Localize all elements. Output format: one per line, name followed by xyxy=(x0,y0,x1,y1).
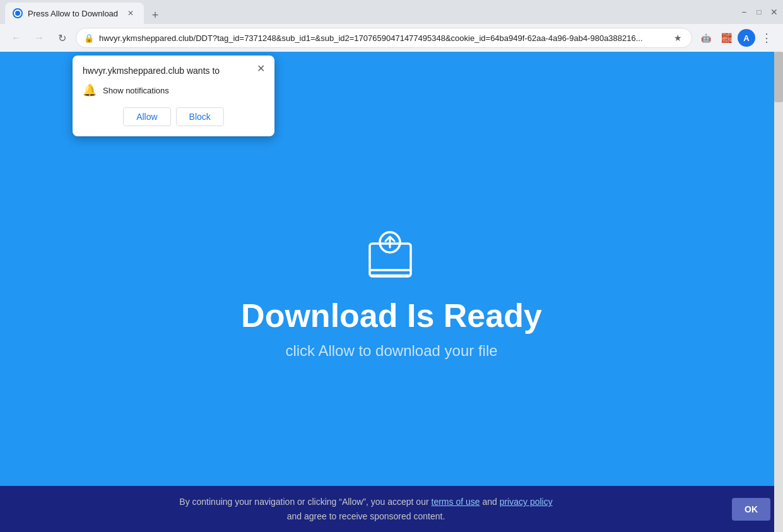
maximize-button[interactable]: □ xyxy=(755,8,763,16)
title-bar: Press Allow to Download ✕ + − □ ✕ xyxy=(0,0,783,24)
svg-rect-0 xyxy=(370,244,411,276)
new-tab-button[interactable]: + xyxy=(146,6,164,24)
reload-button[interactable]: ↻ xyxy=(53,29,71,47)
puzzle-icon[interactable]: 🧱 xyxy=(717,29,735,47)
url-text: hwvyr.ykmsheppared.club/DDT?tag_id=73712… xyxy=(99,33,666,43)
book-upload-icon xyxy=(360,225,423,281)
scrollbar[interactable] xyxy=(774,52,783,532)
address-bar[interactable]: 🔒 hwvyr.ykmsheppared.club/DDT?tag_id=737… xyxy=(76,28,692,48)
popup-notification-text: Show notifications xyxy=(103,86,169,95)
popup-buttons: Allow Block xyxy=(83,107,264,126)
browser-chrome: Press Allow to Download ✕ + − □ ✕ ← → ↻ … xyxy=(0,0,783,52)
popup-title: hwvyr.ykmsheppared.club wants to xyxy=(83,66,264,76)
minimize-button[interactable]: − xyxy=(740,8,748,16)
navigation-bar: ← → ↻ 🔒 hwvyr.ykmsheppared.club/DDT?tag_… xyxy=(0,24,783,52)
popup-close-button[interactable]: ✕ xyxy=(254,62,267,74)
scrollbar-thumb[interactable] xyxy=(774,52,783,102)
browser-window: Press Allow to Download ✕ + − □ ✕ ← → ↻ … xyxy=(0,0,783,532)
download-icon-wrapper xyxy=(360,225,423,284)
tab-close-button[interactable]: ✕ xyxy=(125,8,136,19)
consent-bar: By continuing your navigation or clickin… xyxy=(0,486,783,532)
bell-icon: 🔔 xyxy=(83,83,97,97)
active-tab[interactable]: Press Allow to Download ✕ xyxy=(5,3,144,24)
tab-title: Press Allow to Download xyxy=(28,9,120,18)
consent-text: By continuing your navigation or clickin… xyxy=(13,495,719,523)
terms-of-use-link[interactable]: terms of use xyxy=(432,497,480,507)
allow-button[interactable]: Allow xyxy=(123,107,170,126)
popup-notification-row: 🔔 Show notifications xyxy=(83,83,264,97)
nav-right-icons: 🤖 🧱 A ⋮ xyxy=(697,29,775,47)
bookmark-star-icon[interactable]: ★ xyxy=(671,32,684,44)
forward-button[interactable]: → xyxy=(30,29,48,47)
tab-favicon xyxy=(13,8,23,18)
window-controls: − □ ✕ xyxy=(740,8,778,16)
notification-popup: ✕ hwvyr.ykmsheppared.club wants to 🔔 Sho… xyxy=(73,56,274,136)
privacy-policy-link[interactable]: privacy policy xyxy=(500,497,553,507)
back-button[interactable]: ← xyxy=(8,29,25,47)
close-button[interactable]: ✕ xyxy=(770,8,778,16)
menu-button[interactable]: ⋮ xyxy=(758,29,775,47)
ok-button[interactable]: OK xyxy=(732,498,770,521)
extensions-icon[interactable]: 🤖 xyxy=(697,29,715,47)
page-subtitle: click Allow to download your file xyxy=(285,342,497,360)
page-title: Download Is Ready xyxy=(241,297,542,334)
profile-button[interactable]: A xyxy=(738,29,755,47)
address-bar-icons: ★ xyxy=(671,32,684,44)
lock-icon: 🔒 xyxy=(84,33,94,43)
tabs-area: Press Allow to Download ✕ + xyxy=(5,0,733,24)
block-button[interactable]: Block xyxy=(176,107,224,126)
